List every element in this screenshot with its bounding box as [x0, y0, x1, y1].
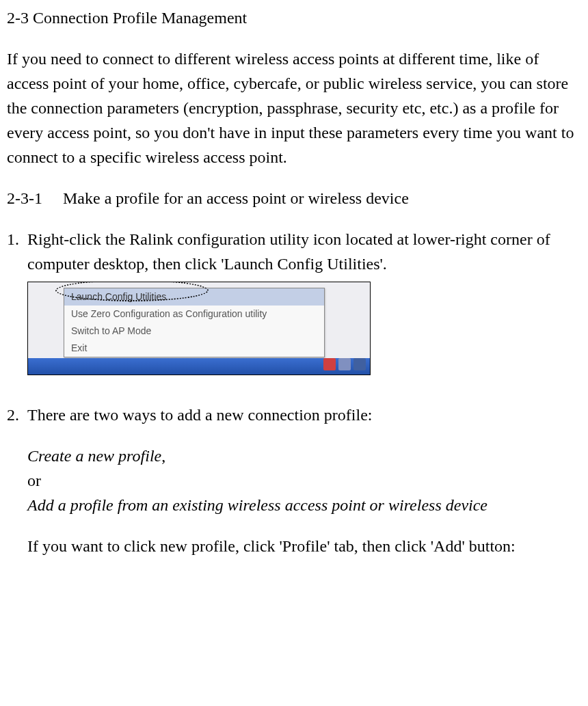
step-2-number: 2. — [7, 403, 27, 558]
sub-section-number: 2-3-1 — [7, 189, 42, 207]
taskbar-strip — [28, 358, 370, 375]
step-1-text: Right-click the Ralink configuration uti… — [27, 227, 581, 276]
tray-icon-1 — [323, 358, 336, 370]
step-1: 1. Right-click the Ralink configuration … — [7, 227, 581, 375]
context-menu-screenshot: Launch Config Utilities Use Zero Configu… — [27, 282, 371, 375]
step-2: 2. There are two ways to add a new conne… — [7, 403, 581, 558]
sub-section-heading: 2-3-1Make a profile for an access point … — [7, 186, 581, 211]
or-text: or — [27, 468, 581, 493]
sub-section-title: Make a profile for an access point or wi… — [63, 189, 409, 207]
menu-item-zero-config[interactable]: Use Zero Configuration as Configuration … — [64, 306, 324, 323]
section-heading: 2-3 Connection Profile Management — [7, 5, 581, 30]
menu-item-launch-config[interactable]: Launch Config Utilities — [64, 288, 324, 306]
tray-icon-3 — [353, 358, 366, 370]
intro-paragraph: If you need to connect to different wire… — [7, 46, 581, 169]
step-2-followup: If you want to click new profile, click … — [27, 534, 581, 558]
step-1-number: 1. — [7, 227, 27, 375]
step-2-text: There are two ways to add a new connecti… — [27, 403, 581, 427]
system-tray — [323, 358, 366, 370]
option-2-text: Add a profile from an existing wireless … — [27, 493, 581, 517]
comma: , — [161, 447, 165, 465]
context-menu: Launch Config Utilities Use Zero Configu… — [64, 288, 325, 357]
option-1-text: Create a new profile — [27, 447, 161, 465]
menu-item-exit[interactable]: Exit — [64, 340, 324, 357]
tray-icon-2 — [338, 358, 351, 370]
option-1-line: Create a new profile, — [27, 444, 581, 468]
menu-item-ap-mode[interactable]: Switch to AP Mode — [64, 323, 324, 340]
